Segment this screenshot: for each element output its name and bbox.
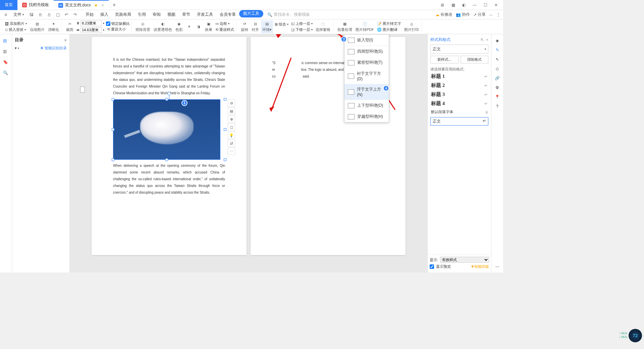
more-tools-icon[interactable]: ⋯ — [495, 264, 499, 269]
resize-handle[interactable] — [165, 98, 168, 101]
reset-size-button[interactable]: ⟲重设大小 — [106, 27, 130, 32]
tab-view[interactable]: 视图 — [164, 10, 179, 19]
style-heading2[interactable]: 标题 2↵ — [430, 81, 488, 90]
link-icon[interactable]: 🔗 — [495, 76, 500, 81]
tab-home[interactable]: 首页 — [0, 0, 17, 10]
collapse-ribbon-icon[interactable]: ︿ — [489, 12, 493, 17]
brightness-button[interactable]: ☀ — [185, 20, 194, 33]
select-pane-button[interactable]: ⬚选择窗格 — [314, 20, 332, 33]
add-tab-button[interactable]: + — [109, 2, 120, 8]
minimize-icon[interactable]: — — [471, 1, 478, 9]
resize-handle[interactable] — [224, 158, 226, 161]
send-backward-button[interactable]: ◲下移一层▾ — [290, 27, 314, 33]
tab-picture-tools[interactable]: 图片工具 — [239, 10, 263, 17]
style-heading4[interactable]: 标题 4↵ — [430, 99, 488, 108]
maximize-icon[interactable]: ☐ — [482, 1, 489, 9]
location-icon[interactable]: 📍 — [495, 95, 500, 99]
effect-button[interactable]: ▣效果 — [204, 20, 214, 33]
crop-tool-icon[interactable]: ◻ — [228, 123, 235, 131]
menu-icon[interactable]: ≡ — [3, 12, 9, 18]
command-search[interactable]: 🔍 查找命令、搜索模板 — [267, 12, 310, 17]
resize-handle[interactable] — [112, 98, 114, 101]
apps-icon[interactable]: ▦ — [449, 1, 457, 9]
print-image-button[interactable]: ⎙图片打印 — [403, 20, 420, 33]
style-heading3[interactable]: 标题 3↵ — [430, 90, 488, 99]
brush-icon[interactable]: ✎ — [496, 48, 499, 52]
document-area[interactable]: 嵌入型(I) 四周型环绕(S) 紧密型环绕(T) 衬于文字下方(D) 浮于文字上… — [70, 34, 427, 272]
preview-checkbox[interactable] — [430, 264, 434, 269]
resize-handle[interactable] — [112, 158, 114, 161]
wrap-behind[interactable]: 衬于文字下方(D) — [344, 68, 389, 84]
expand-icon[interactable]: ▾ ▪ — [15, 46, 19, 50]
close-outline-icon[interactable]: × — [64, 38, 67, 43]
resize-handle[interactable] — [112, 128, 114, 131]
unsaved-indicator[interactable]: ☁有修改 — [435, 12, 452, 17]
close-icon[interactable]: × — [102, 3, 104, 8]
wrap-front[interactable]: 浮于文字上方(N) — [344, 84, 389, 100]
layout-icon[interactable]: ⊞ — [439, 1, 446, 9]
select-icon[interactable]: ↖ — [496, 57, 499, 62]
undo-icon[interactable]: ↶ — [63, 12, 69, 18]
shape-icon[interactable]: ◇ — [496, 66, 499, 71]
layout-options-icon[interactable]: ▤ — [228, 107, 235, 115]
contrast-button[interactable]: ◑ — [194, 20, 203, 33]
wrap-square[interactable]: 四周型环绕(S) — [344, 46, 389, 57]
search-panel-icon[interactable]: 🔍 — [3, 70, 9, 77]
save-icon[interactable]: 🖫 — [29, 12, 35, 18]
zoom-in-icon[interactable]: ⊕ — [228, 115, 235, 123]
border-button[interactable]: ▭边框▾ — [214, 21, 235, 27]
style-heading1[interactable]: 标题 1↵ — [430, 72, 488, 81]
translate-button[interactable]: 🌐图片翻译 — [376, 27, 402, 33]
current-style-select[interactable]: 正文▾ — [430, 45, 488, 54]
help-icon[interactable]: ? — [496, 104, 498, 109]
height-input[interactable] — [80, 20, 102, 26]
style-default-font[interactable]: 默认段落字体a — [430, 108, 488, 116]
smart-outline-button[interactable]: ❖智能识别目录 — [40, 46, 67, 51]
coop-button[interactable]: 👥协作 — [456, 12, 470, 17]
settings-icon[interactable]: ⚙ — [495, 85, 499, 90]
toc-icon[interactable]: ▥ — [3, 49, 9, 55]
close-panel-icon[interactable]: × — [486, 38, 488, 42]
tab-layout[interactable]: 页面布局 — [112, 10, 135, 19]
more-tools-icon[interactable]: ⋯ — [228, 148, 235, 155]
smart-layout-button[interactable]: ❖智能排版 — [471, 264, 489, 269]
batch-button[interactable]: ▦批量处理 — [336, 20, 354, 33]
crop-button[interactable]: ✂裁剪 — [65, 20, 75, 33]
add-image-button[interactable]: 🖼添加图片▾ — [4, 21, 28, 27]
new-style-button[interactable]: 新样式... — [430, 56, 459, 63]
close-window-icon[interactable]: ✕ — [492, 1, 500, 9]
bring-forward-button[interactable]: ◱上移一层▾ — [290, 21, 314, 27]
align-button[interactable]: ⊟对齐 — [250, 20, 260, 33]
tab-member[interactable]: 会员专享 — [216, 10, 239, 19]
group-button[interactable]: ⊞组合▾ — [274, 21, 289, 27]
tab-insert[interactable]: 插入 — [97, 10, 112, 19]
replace-icon[interactable]: ⇄ — [228, 140, 235, 147]
remove-bg-button[interactable]: ◎抠除背景 — [134, 20, 152, 33]
share-button[interactable]: ↗分享 — [473, 12, 486, 17]
show-styles-select[interactable]: 有效样式 — [440, 257, 489, 263]
lock-ratio-checkbox[interactable]: 锁定纵横比 — [106, 21, 130, 26]
insert-shape-button[interactable]: ◇插入形状▾ — [4, 27, 28, 33]
wrap-tight[interactable]: 紧密型环绕(T) — [344, 57, 389, 68]
style-body[interactable]: 正文↵ — [430, 117, 488, 126]
wrap-inline[interactable]: 嵌入型(I) — [344, 35, 389, 46]
more-icon[interactable]: ⋮ — [496, 12, 500, 17]
compress-button[interactable]: ▧压缩图片 — [29, 20, 46, 33]
idea-icon[interactable]: 💡 — [228, 132, 235, 139]
resize-handle[interactable] — [224, 98, 226, 101]
to-pdf-button[interactable]: 📄图片转PDF — [354, 20, 375, 33]
wrap-topbottom[interactable]: 上下型环绕(O) — [344, 100, 389, 111]
outline-icon[interactable]: ▤ — [3, 38, 9, 44]
tab-reference[interactable]: 引用 — [135, 10, 149, 19]
redo-icon[interactable]: ↷ — [72, 12, 78, 18]
export-icon[interactable]: ⎘ — [37, 12, 43, 18]
resize-handle[interactable] — [224, 128, 226, 131]
selected-image[interactable]: ⊖ ▤ ⊕ ◻ 💡 ⇄ ⋯ — [113, 99, 225, 160]
width-input[interactable] — [80, 27, 102, 33]
tab-review[interactable]: 审阅 — [149, 10, 164, 19]
tab-devtools[interactable]: 开发工具 — [194, 10, 216, 19]
resize-handle[interactable] — [165, 158, 168, 161]
diamond-icon[interactable]: ◈ — [496, 38, 499, 43]
print-icon[interactable]: ⎙ — [46, 12, 52, 18]
file-menu[interactable]: 文件▾ — [11, 12, 26, 17]
